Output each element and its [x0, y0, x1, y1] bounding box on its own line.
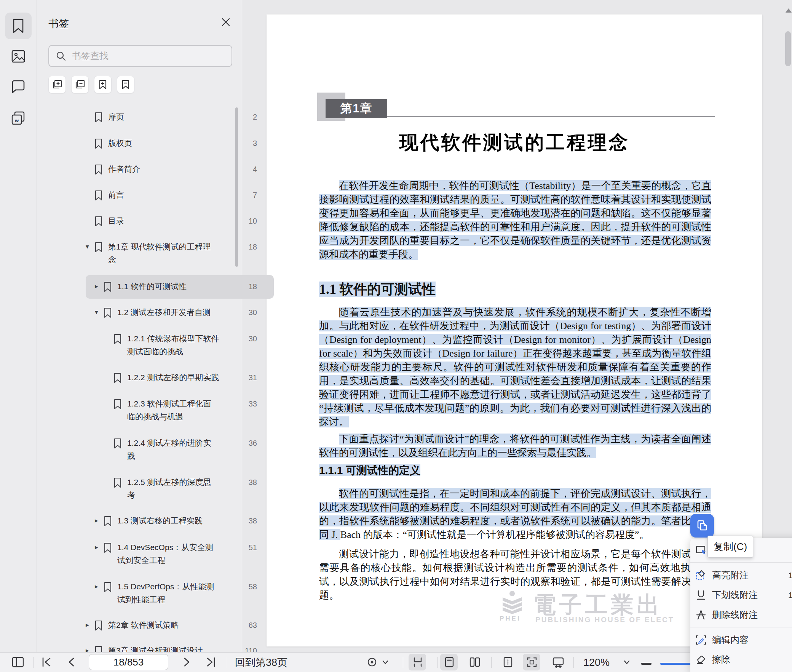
- bookmark-item-page: 33: [240, 397, 274, 410]
- bookmark-item[interactable]: 1.2.4 测试左移的进阶实 践36: [86, 437, 274, 462]
- view-mode-icon[interactable]: [366, 656, 378, 668]
- remove-bookmark-button[interactable]: [117, 76, 134, 93]
- bookmark-item[interactable]: ▸1.1 软件的可测试性18: [86, 275, 274, 299]
- bookmark-item[interactable]: 1.2.3 软件测试工程化面 临的挑战与机遇33: [86, 397, 274, 423]
- underline-annotation-icon: [695, 589, 707, 601]
- bookmark-item-label: 扉页: [108, 110, 240, 123]
- zoom-chevron-icon[interactable]: [623, 660, 631, 665]
- bookmark-icon: [103, 515, 112, 527]
- bookmark-item[interactable]: ▸1.5 DevPerfOps：从性能测 试到性能工程58: [86, 580, 274, 606]
- two-page-view-button[interactable]: [468, 656, 481, 668]
- bookmark-item[interactable]: ▾第1章 现代软件测试的工程理 念18: [86, 240, 274, 266]
- bookmark-item[interactable]: 1.2.2 测试左移的早期实践31: [86, 371, 274, 384]
- rail-tab-images[interactable]: [5, 43, 32, 70]
- continuous-scroll-button[interactable]: [412, 656, 424, 668]
- bookmark-item[interactable]: ▸1.3 测试右移的工程实践38: [86, 514, 274, 527]
- bookmark-item-page: 4: [240, 163, 274, 176]
- menu-item-erase[interactable]: 擦除: [690, 651, 792, 668]
- bookmark-icon: [103, 542, 112, 554]
- single-page-view-button[interactable]: [443, 656, 455, 668]
- caret-right-icon[interactable]: ▸: [86, 619, 94, 632]
- fit-width-button[interactable]: [552, 656, 565, 668]
- zoom-slider[interactable]: [660, 663, 691, 665]
- scroll-up-arrow[interactable]: [786, 8, 792, 13]
- annotations-icon: w: [11, 110, 26, 126]
- first-page-button[interactable]: [40, 656, 53, 668]
- selected-text: 下面重点探讨“为测试而设计”的理念，将软件的可测试性作为主线，为读者全面阐述软件…: [319, 434, 711, 458]
- chapter-title: 现代软件测试的工程理念: [267, 130, 762, 155]
- menu-separator: [690, 627, 792, 627]
- collapse-all-icon: [74, 79, 86, 90]
- bookmark-item[interactable]: 1.2.5 测试左移的深度思 考38: [86, 476, 274, 502]
- paragraph-3: 下面重点探讨“为测试而设计”的理念，将软件的可测试性作为主线，为读者全面阐述软件…: [319, 432, 711, 460]
- caret-right-icon[interactable]: ▸: [95, 514, 103, 527]
- close-panel-button[interactable]: [219, 15, 233, 29]
- page-number-input[interactable]: 18/853: [89, 654, 168, 670]
- back-to-page-button[interactable]: 回到第38页: [235, 656, 287, 669]
- bookmark-icon: [113, 477, 122, 488]
- rail-tab-comments[interactable]: [5, 74, 32, 100]
- caret-down-icon[interactable]: ▾: [86, 240, 94, 253]
- rail-tab-annotations[interactable]: w: [5, 105, 32, 131]
- bookmark-item-label: 目录: [108, 214, 240, 227]
- copy-icon: [695, 519, 709, 533]
- bookmark-icon: [94, 190, 103, 201]
- caret-right-icon[interactable]: ▸: [95, 580, 103, 593]
- toggle-sidebar-button[interactable]: [11, 656, 24, 668]
- crop-view-button[interactable]: [526, 656, 538, 668]
- bookmark-icon: [113, 398, 122, 410]
- bookmark-item-page: 2: [240, 110, 274, 123]
- menu-item-underline-annotation[interactable]: 下划线附注: [690, 587, 792, 603]
- menu-item-strikethrough-annotation[interactable]: 删除线附注: [690, 606, 792, 623]
- bookmark-item-label: 1.5 DevPerfOps：从性能测 试到性能工程: [117, 580, 240, 606]
- last-page-button[interactable]: [205, 656, 217, 668]
- zoom-out-button[interactable]: [641, 663, 651, 665]
- bookmark-icon: [113, 438, 122, 449]
- context-menu: 高亮附注 下划线附注 删除线附注 编辑内容 擦除 1 1: [690, 538, 792, 672]
- bookmark-toolbar: [48, 76, 134, 93]
- bookmark-icon: [103, 281, 112, 293]
- bookmark-item-label: 1.2.5 测试左移的深度思 考: [127, 476, 240, 502]
- bookmark-item[interactable]: 扉页2: [86, 110, 274, 123]
- bookmark-item[interactable]: ▾1.2 测试左移和开发者自测30: [86, 306, 274, 319]
- zoom-level-display[interactable]: 120%: [583, 656, 610, 669]
- caret-right-icon[interactable]: ▸: [95, 541, 103, 554]
- rail-tab-bookmarks[interactable]: [5, 13, 32, 39]
- bookmark-item-page: 10: [240, 214, 274, 227]
- menu-item-label: 删除线附注: [712, 609, 758, 621]
- page-break-view-button[interactable]: [502, 656, 514, 668]
- bookmark-item[interactable]: 版权页3: [86, 137, 274, 150]
- sidebar-scrollbar[interactable]: [235, 107, 238, 267]
- bookmark-item-label: 前言: [108, 189, 240, 202]
- watermark-en: PUBLISHING HOUSE OF ELECT: [535, 616, 674, 624]
- bookmark-item[interactable]: ▸第2章 软件测试策略63: [86, 619, 274, 632]
- add-bookmark-button[interactable]: [94, 76, 112, 93]
- edit-content-icon: [695, 634, 707, 646]
- expand-all-button[interactable]: [48, 76, 66, 93]
- bookmark-item-label: 版权页: [108, 137, 240, 150]
- caret-right-icon[interactable]: ▸: [95, 280, 103, 293]
- previous-page-button[interactable]: [65, 656, 78, 668]
- bookmark-search-input[interactable]: 书签查找: [48, 45, 232, 67]
- quick-copy-button[interactable]: [690, 514, 714, 538]
- bookmark-item[interactable]: ▸1.4 DevSecOps：从安全测 试到安全工程51: [86, 541, 274, 567]
- menu-item-highlight-annotation[interactable]: 高亮附注: [690, 567, 792, 584]
- menu-item-label: 下划线附注: [712, 589, 758, 601]
- next-page-button[interactable]: [180, 656, 193, 668]
- bookmark-item[interactable]: 作者简介4: [86, 163, 274, 176]
- bookmark-item-page: 7: [240, 189, 274, 202]
- bookmark-item[interactable]: 目录10: [86, 214, 274, 227]
- selected-text: 随着云原生技术的加速普及与快速发展，软件系统的规模不断扩大，复杂性不断增加。与此…: [319, 307, 711, 427]
- document-scrollbar[interactable]: [785, 31, 791, 66]
- pdf-reader-window: { "colors": { "accent": "#4a7ce8", "sele…: [0, 0, 792, 672]
- bookmark-item[interactable]: 1.2.1 传统瀑布模型下软件 测试面临的挑战30: [86, 332, 274, 358]
- bookmark-item[interactable]: 前言7: [86, 189, 274, 202]
- bookmark-item-label: 作者简介: [108, 163, 240, 176]
- view-mode-chevron-icon[interactable]: [382, 660, 389, 665]
- caret-down-icon[interactable]: ▾: [95, 306, 103, 319]
- menu-item-edit-content[interactable]: 编辑内容: [690, 632, 792, 648]
- bookmark-item-page: 3: [240, 137, 274, 150]
- collapse-all-button[interactable]: [71, 76, 89, 93]
- pdf-page[interactable]: 第1章 现代软件测试的工程理念 在软件开发生命周期中，软件的可测试性（Testa…: [267, 14, 762, 646]
- bookmark-item-page: 30: [240, 306, 274, 319]
